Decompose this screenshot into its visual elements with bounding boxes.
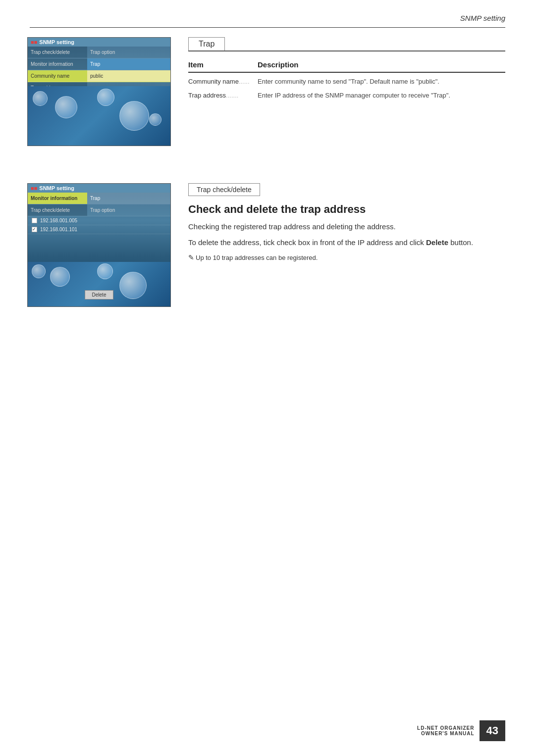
panel1-bg	[28, 86, 170, 146]
desc-row-trap: Trap address....... Enter IP address of …	[188, 91, 505, 101]
panel2-nav-row-2: Trap check/delete Trap option	[28, 204, 170, 216]
footer-brand-line2: OWNER'S MANUAL	[417, 731, 474, 736]
panel2-nav-left-1: Monitor information	[28, 193, 87, 204]
bubble-8	[119, 272, 147, 299]
panel2-bg: Delete	[28, 262, 170, 306]
bubble-7	[32, 264, 46, 278]
panel2-nav-left-2: Trap check/delete	[28, 204, 87, 216]
panel1-nav-left-2: Monitor information	[28, 58, 87, 70]
col-item-header: Item	[188, 60, 258, 69]
table-header: Item Description	[188, 57, 505, 73]
panel2-checkbox-row-1[interactable]: 192.168.001.005	[28, 216, 170, 225]
panel1-nav-left-1: Trap check/delete	[28, 47, 87, 58]
delete-button[interactable]: Delete	[85, 290, 114, 300]
section2-body1: Checking the registered trap address and…	[188, 221, 505, 233]
desc-item-text-trap: Enter IP address of the SNMP manager com…	[258, 91, 505, 101]
col-desc-header: Description	[258, 60, 505, 69]
panel1-titlebar: ■■ SNMP setting	[28, 38, 170, 47]
panel1-nav-left-3: Community name	[28, 70, 87, 82]
top-divider	[30, 27, 505, 28]
content-area-1: Trap Item Description Community name....…	[188, 37, 505, 104]
bubble-2	[33, 91, 48, 106]
section2-body2-end: button.	[448, 238, 473, 247]
note-text: Up to 10 trap addresses can be registere…	[196, 254, 318, 261]
section2-heading: Check and delete the trap address	[188, 203, 505, 216]
desc-item-name-trap: Trap address.......	[188, 91, 258, 101]
desc-item-name-community: Community name......	[188, 77, 258, 87]
panel2-nav-right-1: Trap	[87, 193, 170, 204]
ip-address-2: 192.168.001.101	[40, 227, 77, 232]
panel2-nav-row-1: Monitor information Trap	[28, 193, 170, 204]
bubble-4	[97, 89, 114, 106]
panel1-nav-right-3: public	[87, 70, 170, 82]
panel2-checkbox-row-2[interactable]: 192.168.001.101	[28, 225, 170, 234]
panel1-nav-right-2: Trap	[87, 58, 170, 70]
section1-tab: Trap	[188, 37, 225, 50]
desc-item-text-community: Enter community name to send "Trap". Def…	[258, 77, 505, 87]
note-icon: ✎	[188, 253, 194, 261]
ip-address-1: 192.168.001.005	[40, 218, 77, 223]
desc-row-community: Community name...... Enter community nam…	[188, 77, 505, 87]
checkbox-1[interactable]	[32, 218, 37, 223]
page-title: SNMP setting	[460, 14, 505, 22]
panel2-titlebar: ■■ SNMP setting	[28, 184, 170, 193]
footer-brand-line1: LD-NET ORGANIZER	[417, 725, 474, 731]
section2-body2-text: To delete the address, tick check box in…	[188, 238, 426, 247]
bubble-9	[97, 263, 113, 279]
footer-brand: LD-NET ORGANIZER OWNER'S MANUAL	[417, 725, 474, 736]
page-number: 43	[480, 720, 505, 741]
section2-body2: To delete the address, tick check box in…	[188, 237, 505, 249]
bubble-1	[55, 96, 77, 118]
panel1-nav-row-1: Trap check/delete Trap option	[28, 47, 170, 58]
panel1-nav-row-2: Monitor information Trap	[28, 58, 170, 70]
section2-tab: Trap check/delete	[188, 183, 260, 196]
checkbox-2[interactable]	[32, 227, 37, 232]
section2-body2-bold: Delete	[426, 238, 448, 247]
screenshot-panel-1: ■■ SNMP setting Trap check/delete Trap o…	[27, 37, 171, 146]
section1-tab-border: Trap	[188, 37, 505, 51]
panel2-nav-right-2: Trap option	[87, 204, 170, 216]
panel1-title: SNMP setting	[39, 39, 74, 45]
bubble-6	[50, 267, 70, 287]
bubble-5	[149, 113, 161, 126]
section2-note: ✎Up to 10 trap addresses can be register…	[188, 252, 505, 263]
panel2-icon: ■■	[31, 185, 37, 191]
panel2-title: SNMP setting	[39, 185, 74, 191]
panel1-nav-row-3: Community name public	[28, 70, 170, 82]
panel1-nav-right-1: Trap option	[87, 47, 170, 58]
bubble-3	[119, 101, 149, 131]
panel1-icon: ■■	[31, 39, 37, 45]
page-footer: LD-NET ORGANIZER OWNER'S MANUAL 43	[417, 720, 505, 741]
screenshot-panel-2: ■■ SNMP setting Monitor information Trap…	[27, 183, 171, 307]
content-area-2: Trap check/delete Check and delete the t…	[188, 183, 505, 263]
